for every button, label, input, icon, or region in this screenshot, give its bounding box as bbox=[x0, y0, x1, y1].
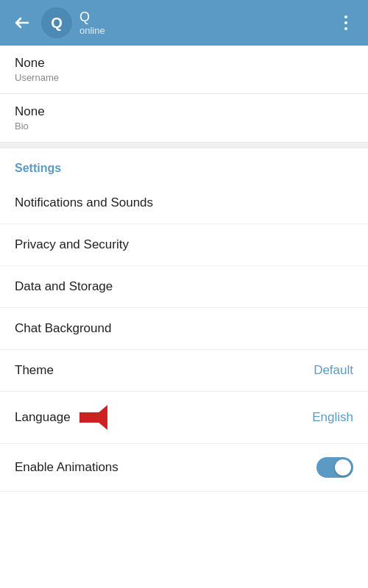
avatar: Q bbox=[41, 7, 72, 38]
theme-item[interactable]: Theme Default bbox=[0, 350, 368, 392]
app-header: Q Q online bbox=[0, 0, 368, 46]
settings-title: Settings bbox=[15, 162, 61, 174]
header-info: Q online bbox=[79, 10, 333, 36]
animations-toggle[interactable] bbox=[316, 457, 353, 478]
chat-background-label: Chat Background bbox=[15, 321, 111, 336]
toggle-knob bbox=[335, 459, 351, 476]
chat-background-item[interactable]: Chat Background bbox=[0, 308, 368, 350]
header-username: Q bbox=[79, 10, 333, 25]
animations-item[interactable]: Enable Animations bbox=[0, 444, 368, 492]
language-item[interactable]: Language English bbox=[0, 392, 368, 444]
theme-label: Theme bbox=[15, 363, 54, 378]
privacy-item[interactable]: Privacy and Security bbox=[0, 224, 368, 266]
username-label: Username bbox=[15, 72, 353, 83]
back-icon bbox=[13, 14, 31, 32]
more-options-button[interactable] bbox=[333, 10, 359, 36]
bio-value: None bbox=[15, 104, 353, 119]
settings-header: Settings bbox=[0, 148, 368, 182]
theme-value: Default bbox=[314, 363, 353, 378]
animations-label: Enable Animations bbox=[15, 460, 118, 475]
language-label: Language bbox=[15, 410, 71, 425]
more-icon bbox=[344, 15, 347, 30]
profile-section: None Username None Bio bbox=[0, 46, 368, 143]
section-divider bbox=[0, 143, 368, 148]
animations-toggle-container bbox=[316, 457, 353, 478]
data-storage-label: Data and Storage bbox=[15, 279, 113, 294]
red-arrow-icon bbox=[79, 405, 112, 430]
bio-item[interactable]: None Bio bbox=[0, 94, 368, 143]
back-button[interactable] bbox=[9, 10, 35, 36]
notifications-label: Notifications and Sounds bbox=[15, 196, 153, 210]
username-value: None bbox=[15, 56, 353, 71]
username-item[interactable]: None Username bbox=[0, 46, 368, 94]
header-status: online bbox=[79, 25, 333, 36]
privacy-label: Privacy and Security bbox=[15, 237, 129, 252]
language-label-container: Language bbox=[15, 405, 112, 430]
language-value: English bbox=[312, 410, 353, 425]
notifications-item[interactable]: Notifications and Sounds bbox=[0, 182, 368, 224]
bio-label: Bio bbox=[15, 121, 353, 132]
data-storage-item[interactable]: Data and Storage bbox=[0, 266, 368, 308]
settings-section: Settings Notifications and Sounds Privac… bbox=[0, 148, 368, 492]
content-area: None Username None Bio Settings Notifica… bbox=[0, 46, 368, 588]
